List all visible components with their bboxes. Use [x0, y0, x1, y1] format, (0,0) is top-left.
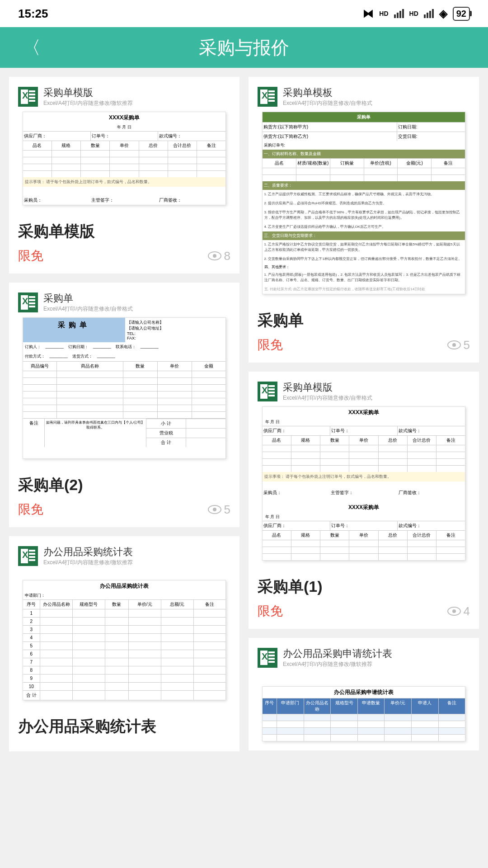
right-column: 采购单模板 Excel/A4打印/内容随意修改/自带格式 采购单 购货方:(以下… — [249, 77, 479, 751]
doc-subtitle: Excel/A4打印/内容随意修改/自带格式 — [283, 394, 372, 402]
content-grid[interactable]: 采购单模版 Excel/A4打印/内容随意修改/微软推荐 XXXX采购单 年 月… — [0, 68, 488, 760]
view-count: 4 — [447, 604, 470, 618]
card-preview: 办公用品采购申请统计表 Excel/A4打印/内容随意修改/微软推荐 办公用品采… — [249, 638, 479, 750]
doc-title: 采购单模版 — [43, 86, 133, 99]
template-card[interactable]: 办公用品采购申请统计表 Excel/A4打印/内容随意修改/微软推荐 办公用品采… — [249, 638, 479, 750]
card-title: 采购单(2) — [18, 475, 230, 495]
status-bar: 15:25 ⧓ HD HD ◈ 92 — [0, 0, 488, 27]
wifi-icon: ◈ — [439, 7, 447, 20]
price-tag: 限免 — [18, 247, 43, 264]
excel-icon — [258, 648, 277, 668]
left-column: 采购单模版 Excel/A4打印/内容随意修改/微软推荐 XXXX采购单 年 月… — [9, 77, 239, 751]
template-card[interactable]: 采购单 Excel/A4打印/内容随意修改/自带格式 采购单 【请输入公司名称】… — [9, 283, 239, 527]
template-card[interactable]: 采购单模板 Excel/A4打印/内容随意修改/自带格式 采购单 购货方:(以下… — [249, 77, 479, 363]
card-title: 办公用品采购统计表 — [18, 716, 230, 737]
hd-label-1: HD — [379, 10, 388, 17]
card-title: 采购单模版 — [18, 221, 230, 242]
page-title: 采购与报价 — [0, 35, 488, 60]
sheet-preview: 采购单 购货方:(以下简称甲方)订购日期: 供货方:(以下简称乙方)交货日期: … — [262, 112, 466, 294]
excel-icon — [18, 292, 38, 312]
eye-icon — [447, 607, 461, 616]
doc-title: 办公用品采购统计表 — [43, 545, 133, 559]
signal-icon-1 — [394, 9, 404, 18]
view-count: 8 — [208, 249, 230, 263]
eye-icon — [208, 251, 221, 260]
excel-icon — [258, 382, 277, 401]
card-preview: 采购单模版 Excel/A4打印/内容随意修改/微软推荐 XXXX采购单 年 月… — [9, 77, 239, 214]
card-title: 采购单 — [258, 310, 470, 331]
bluetooth-icon: ⧓ — [363, 7, 374, 20]
status-time: 15:25 — [18, 7, 48, 21]
status-right: ⧓ HD HD ◈ 92 — [363, 7, 470, 21]
doc-title: 采购单 — [43, 292, 133, 305]
price-tag: 限免 — [18, 501, 43, 518]
sheet-preview: XXXX采购单 年 月 日 供应厂商：订单号：款式编号： 品名规格数量单价总价合… — [262, 406, 466, 561]
view-count: 5 — [447, 338, 470, 352]
battery-icon: 92 — [453, 7, 470, 21]
price-tag: 限免 — [258, 603, 283, 620]
doc-subtitle: Excel/A4打印/内容随意修改/自带格式 — [43, 305, 133, 313]
excel-icon — [258, 87, 277, 107]
view-count: 5 — [208, 503, 230, 517]
doc-title: 采购单模板 — [283, 86, 372, 99]
template-card[interactable]: 采购单模版 Excel/A4打印/内容随意修改/自带格式 XXXX采购单 年 月… — [249, 372, 479, 629]
doc-subtitle: Excel/A4打印/内容随意修改/微软推荐 — [283, 660, 392, 668]
sheet-preview: 采购单 【请输入公司名称】 【请输入公司地址】 TEL: FAX: 订购人：__… — [23, 317, 226, 459]
sheet-preview: XXXX采购单 年 月 日 供应厂商：订单号：款式编号： 品名规格数量单价总价合… — [23, 112, 226, 205]
sheet-preview: 办公用品采购统计表 申请部门： 序号办公用品名称规格型号数量单价/元总额/元备注… — [23, 580, 226, 700]
eye-icon — [208, 505, 221, 514]
doc-subtitle: Excel/A4打印/内容随意修改/微软推荐 — [43, 99, 133, 107]
doc-title: 采购单模版 — [283, 381, 372, 394]
signal-icon-2 — [424, 9, 434, 18]
excel-icon — [18, 87, 38, 107]
doc-subtitle: Excel/A4打印/内容随意修改/自带格式 — [283, 99, 372, 107]
card-preview: 办公用品采购统计表 Excel/A4打印/内容随意修改/微软推荐 办公用品采购统… — [9, 536, 239, 709]
price-tag: 限免 — [258, 336, 283, 354]
excel-icon — [18, 546, 38, 566]
card-preview: 采购单模版 Excel/A4打印/内容随意修改/自带格式 XXXX采购单 年 月… — [249, 372, 479, 570]
doc-subtitle: Excel/A4打印/内容随意修改/微软推荐 — [43, 559, 133, 566]
template-card[interactable]: 采购单模版 Excel/A4打印/内容随意修改/微软推荐 XXXX采购单 年 月… — [9, 77, 239, 274]
hd-label-2: HD — [409, 10, 418, 17]
sheet-preview: 办公用品采购申请统计表 序号申请部门办公用品名称规格型号申请数量单价/元申请人备… — [262, 686, 466, 741]
eye-icon — [447, 340, 461, 349]
app-header: 〈 采购与报价 — [0, 27, 488, 68]
template-card[interactable]: 办公用品采购统计表 Excel/A4打印/内容随意修改/微软推荐 办公用品采购统… — [9, 536, 239, 751]
card-preview: 采购单模板 Excel/A4打印/内容随意修改/自带格式 采购单 购货方:(以下… — [249, 77, 479, 303]
card-title: 采购单(1) — [258, 576, 470, 597]
doc-title: 办公用品采购申请统计表 — [283, 647, 392, 660]
card-preview: 采购单 Excel/A4打印/内容随意修改/自带格式 采购单 【请输入公司名称】… — [9, 283, 239, 468]
back-button[interactable]: 〈 — [14, 31, 50, 65]
